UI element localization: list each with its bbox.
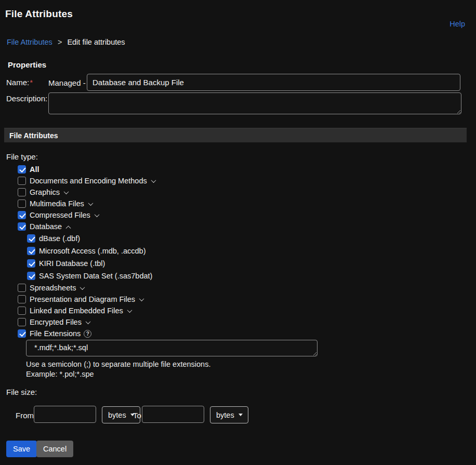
file-type-item-label[interactable]: Presentation and Diagram Files <box>30 295 135 303</box>
file-type-item-label[interactable]: File Extensions <box>30 329 81 338</box>
chevron-down-icon[interactable] <box>127 308 132 313</box>
chevron-up-icon[interactable] <box>66 225 71 231</box>
breadcrumb-separator: > <box>58 38 62 46</box>
required-asterisk: * <box>30 78 33 87</box>
file-type-item-label[interactable]: Graphics <box>30 188 60 196</box>
chevron-down-icon[interactable] <box>85 319 90 324</box>
cancel-button[interactable]: Cancel <box>36 441 73 457</box>
file-type-row-encrypted-files: Encrypted Files <box>0 316 364 328</box>
file-type-item-label[interactable]: Database <box>30 222 62 231</box>
save-button[interactable]: Save <box>6 441 37 457</box>
to-unit-value: bytes <box>216 411 234 419</box>
chevron-down-icon <box>239 414 243 416</box>
name-label-text: Name: <box>6 78 29 87</box>
file-type-item-label[interactable]: Spreadsheets <box>30 284 76 292</box>
file-size-from-label: From <box>16 411 34 420</box>
file-type-item-label[interactable]: Encrypted Files <box>30 318 82 326</box>
chevron-down-icon[interactable] <box>64 189 69 194</box>
file-type-item-label[interactable]: Multimedia Files <box>30 200 84 208</box>
help-icon[interactable]: ? <box>84 330 91 338</box>
file-type-row-compressed-files: Compressed Files <box>0 209 364 221</box>
checkbox-linked-and-embedded-files[interactable] <box>18 307 26 315</box>
file-size-label: File size: <box>6 388 37 396</box>
file-size-to-label: To <box>133 411 141 420</box>
file-type-row-presentation-and-diagram-files: Presentation and Diagram Files <box>0 294 364 305</box>
extensions-hint-line2: Example: *.pol;*.spe <box>26 370 94 378</box>
file-type-row-file-extensions: File Extensions? <box>0 328 364 339</box>
file-type-label: File type: <box>6 152 38 161</box>
file-attributes-page: File Attributes Help File Attributes > E… <box>0 0 476 465</box>
description-label: Description: <box>6 94 47 103</box>
name-label: Name:* <box>6 78 33 87</box>
help-link[interactable]: Help <box>449 20 465 28</box>
file-type-item-label[interactable]: All <box>30 165 39 174</box>
page-title: File Attributes <box>5 8 73 20</box>
extensions-hint-line1: Use a semicolon (;) to separate multiple… <box>26 360 210 368</box>
file-type-item-label[interactable]: KIRI Database (.tbl) <box>39 259 105 268</box>
breadcrumb-parent-link[interactable]: File Attributes <box>7 38 52 46</box>
file-type-item-label[interactable]: SAS System Data Set (.sas7bdat) <box>39 272 152 280</box>
managed-prefix-label: Managed - <box>48 78 86 87</box>
breadcrumb-current: Edit file attributes <box>67 38 125 46</box>
checkbox-multimedia-files[interactable] <box>18 200 26 208</box>
chevron-down-icon[interactable] <box>88 201 93 206</box>
file-type-item-label[interactable]: Linked and Embedded Files <box>30 307 123 315</box>
checkbox-file-extensions[interactable] <box>18 329 26 338</box>
file-type-row-kiri-database-tbl: KIRI Database (.tbl) <box>0 257 364 270</box>
description-textarea[interactable] <box>48 92 461 114</box>
file-size-from-input[interactable] <box>34 406 96 423</box>
name-input[interactable] <box>87 74 460 91</box>
file-size-to-input[interactable] <box>142 406 204 423</box>
from-unit-value: bytes <box>108 411 126 419</box>
chevron-down-icon[interactable] <box>94 212 99 217</box>
file-type-row-database: Database <box>0 221 364 232</box>
checkbox-compressed-files[interactable] <box>18 211 26 219</box>
file-type-row-linked-and-embedded-files: Linked and Embedded Files <box>0 305 364 316</box>
file-attributes-section-bar: File Attributes <box>4 128 467 142</box>
file-type-item-label[interactable]: Microsoft Access (.mdb, .accdb) <box>39 247 146 255</box>
checkbox-database[interactable] <box>18 222 26 231</box>
checkbox-encrypted-files[interactable] <box>18 318 26 326</box>
file-type-row-graphics: Graphics <box>0 187 364 198</box>
checkbox-dbase-dbf[interactable] <box>27 234 35 243</box>
file-type-row-documents-and-encoding-methods: Documents and Encoding Methods <box>0 175 364 187</box>
file-type-item-label[interactable]: Compressed Files <box>30 211 90 219</box>
file-attributes-section-title: File Attributes <box>9 131 58 140</box>
chevron-down-icon[interactable] <box>80 285 85 290</box>
checkbox-kiri-database-tbl[interactable] <box>27 259 35 268</box>
checkbox-presentation-and-diagram-files[interactable] <box>18 295 26 303</box>
file-type-row-sas-system-data-set-sas7bdat: SAS System Data Set (.sas7bdat) <box>0 270 364 282</box>
checkbox-documents-and-encoding-methods[interactable] <box>18 177 26 185</box>
file-type-item-label[interactable]: dBase (.dbf) <box>39 234 80 243</box>
file-type-row-all: All <box>0 164 364 175</box>
properties-heading: Properties <box>8 60 46 69</box>
breadcrumb: File Attributes > Edit file attributes <box>7 38 125 46</box>
checkbox-sas-system-data-set-sas7bdat[interactable] <box>27 272 35 280</box>
checkbox-microsoft-access-mdb-accdb[interactable] <box>27 247 35 255</box>
file-extensions-textarea[interactable]: *.mdf;*.bak;*.sql <box>26 340 318 356</box>
file-type-item-label[interactable]: Documents and Encoding Methods <box>30 177 147 185</box>
file-type-row-microsoft-access-mdb-accdb: Microsoft Access (.mdb, .accdb) <box>0 245 364 257</box>
chevron-down-icon[interactable] <box>151 178 156 183</box>
chevron-down-icon[interactable] <box>139 296 144 301</box>
file-type-row-multimedia-files: Multimedia Files <box>0 198 364 209</box>
checkbox-graphics[interactable] <box>18 188 26 196</box>
checkbox-spreadsheets[interactable] <box>18 284 26 292</box>
file-type-row-spreadsheets: Spreadsheets <box>0 282 364 294</box>
file-size-to-unit-select[interactable]: bytes <box>210 406 248 423</box>
checkbox-all[interactable] <box>18 165 26 174</box>
file-type-row-dbase-dbf: dBase (.dbf) <box>0 232 364 245</box>
file-type-tree: AllDocuments and Encoding MethodsGraphic… <box>0 164 364 339</box>
